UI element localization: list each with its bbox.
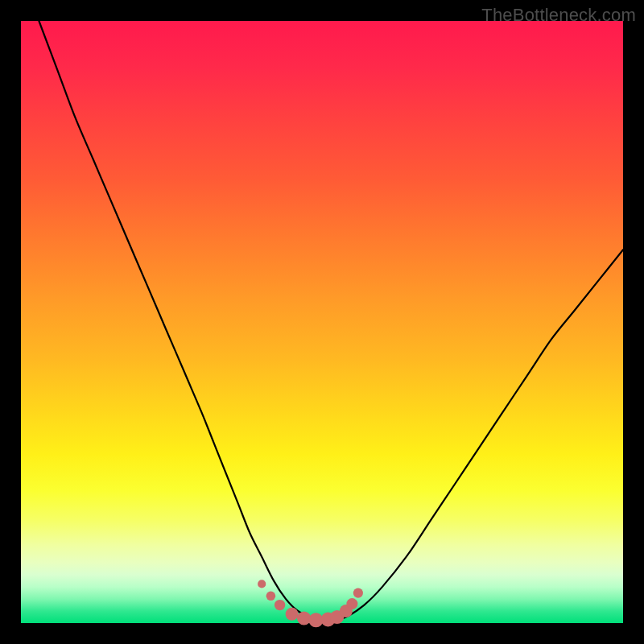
valley-marker <box>258 580 266 588</box>
valley-marker <box>353 588 363 598</box>
chart-svg <box>21 21 623 623</box>
chart-frame: TheBottleneck.com <box>0 0 644 644</box>
bottleneck-curve <box>39 21 623 621</box>
chart-plot-area <box>21 21 623 623</box>
valley-marker <box>346 598 357 609</box>
valley-marker <box>266 592 276 601</box>
valley-marker <box>286 608 299 621</box>
watermark-text: TheBottleneck.com <box>481 5 636 26</box>
valley-marker <box>275 600 285 610</box>
valley-marker <box>297 611 311 625</box>
valley-markers <box>258 580 363 627</box>
